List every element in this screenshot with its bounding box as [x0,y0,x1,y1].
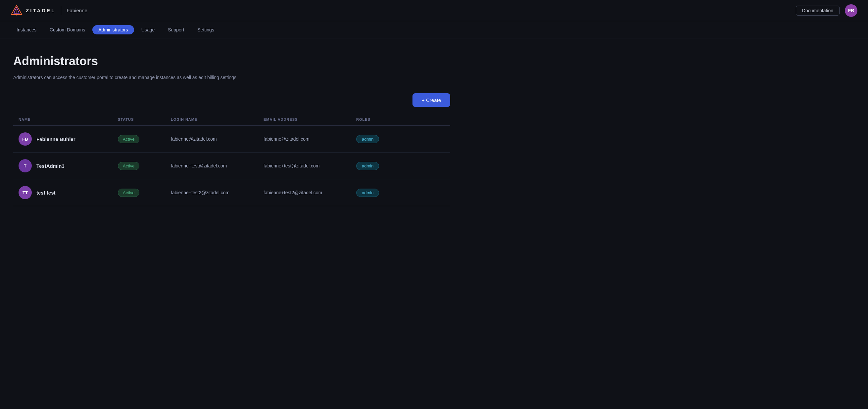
status-badge-2: Active [118,162,140,170]
nav-item-custom-domains[interactable]: Custom Domains [44,25,91,34]
nav-item-administrators[interactable]: Administrators [92,25,134,34]
user-name-3: test test [36,190,56,195]
cell-status-1: Active [118,135,171,143]
create-button[interactable]: + Create [412,93,450,107]
cell-role-2: admin [356,162,445,170]
table-row[interactable]: TT test test Active fabienne+test2@zitad… [13,179,450,206]
page-description: Administrators can access the customer p… [13,75,450,80]
cell-status-3: Active [118,189,171,197]
documentation-button[interactable]: Documentation [796,6,840,15]
logo-link[interactable]: ZITADEL [10,5,56,17]
table-row[interactable]: FB Fabienne Bühler Active fabienne@zitad… [13,126,450,153]
cell-login-2: fabienne+test@zitadel.com [171,163,264,168]
cell-name-1: FB Fabienne Bühler [19,132,118,146]
col-name: NAME [19,118,118,121]
col-login-name: LOGIN NAME [171,118,264,121]
cell-email-1: fabienne@zitadel.com [264,136,356,141]
col-email: EMAIL ADDRESS [264,118,356,121]
table-header: NAME STATUS LOGIN NAME EMAIL ADDRESS ROL… [13,118,450,126]
cell-role-3: admin [356,189,445,197]
nav-item-instances[interactable]: Instances [10,25,42,34]
col-status: STATUS [118,118,171,121]
cell-status-2: Active [118,162,171,170]
role-badge-3: admin [356,189,379,197]
header-divider [61,6,61,15]
cell-email-3: fabienne+test2@zitadel.com [264,190,356,195]
header-right: Documentation FB [796,4,858,17]
cell-email-2: fabienne+test@zitadel.com [264,163,356,168]
header-org: Fabienne [66,8,87,13]
role-badge-1: admin [356,135,379,143]
role-badge-2: admin [356,162,379,170]
nav-item-usage[interactable]: Usage [135,25,160,34]
main-nav: Instances Custom Domains Administrators … [0,21,868,38]
logo-icon [10,5,23,17]
col-roles: ROLES [356,118,445,121]
cell-role-1: admin [356,135,445,143]
administrators-table: NAME STATUS LOGIN NAME EMAIL ADDRESS ROL… [13,118,450,206]
page-title: Administrators [13,54,450,68]
user-avatar[interactable]: FB [845,4,858,17]
cell-login-3: fabienne+test2@zitadel.com [171,190,264,195]
main-content: Administrators Administrators can access… [0,38,463,222]
user-name-2: TestAdmin3 [36,163,65,169]
header: ZITADEL Fabienne Documentation FB [0,0,868,21]
user-name-1: Fabienne Bühler [36,136,75,142]
table-row[interactable]: T TestAdmin3 Active fabienne+test@zitade… [13,153,450,179]
nav-item-support[interactable]: Support [162,25,190,34]
logo-text: ZITADEL [26,8,56,13]
cell-name-3: TT test test [19,186,118,199]
toolbar: + Create [13,93,450,107]
nav-item-settings[interactable]: Settings [191,25,220,34]
user-avatar-2: T [19,159,32,172]
status-badge-3: Active [118,189,140,197]
status-badge-1: Active [118,135,140,143]
user-avatar-1: FB [19,132,32,146]
cell-name-2: T TestAdmin3 [19,159,118,172]
cell-login-1: fabienne@zitadel.com [171,136,264,141]
user-avatar-3: TT [19,186,32,199]
